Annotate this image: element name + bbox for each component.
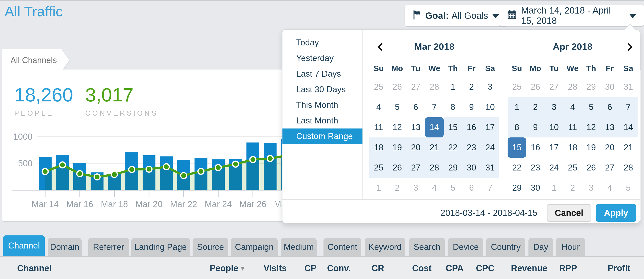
data-point-mar-15[interactable] xyxy=(60,162,66,168)
column-header-visits[interactable]: Visits xyxy=(264,257,287,279)
breadcrumb-all-channels[interactable]: All Channels xyxy=(2,49,62,72)
column-header-people[interactable]: People▾ xyxy=(210,257,244,279)
cancel-button[interactable]: Cancel xyxy=(547,204,591,222)
day-cell[interactable]: 23 xyxy=(526,158,545,178)
day-cell[interactable]: 13 xyxy=(600,117,619,137)
day-cell[interactable]: 1 xyxy=(545,178,563,198)
preset-today[interactable]: Today xyxy=(282,35,362,51)
day-cell[interactable]: 21 xyxy=(619,137,638,158)
day-cell[interactable]: 1 xyxy=(369,178,388,198)
day-cell[interactable]: 20 xyxy=(600,137,619,158)
day-cell[interactable]: 16 xyxy=(462,117,481,137)
data-point-mar-27[interactable] xyxy=(267,156,273,162)
data-point-mar-16[interactable] xyxy=(77,171,83,177)
data-point-mar-17[interactable] xyxy=(94,174,100,180)
data-point-mar-18[interactable] xyxy=(112,172,118,178)
tab-domain[interactable]: Domain xyxy=(48,238,82,256)
day-cell[interactable]: 31 xyxy=(619,77,638,97)
day-cell[interactable]: 12 xyxy=(388,117,406,137)
day-cell[interactable]: 29 xyxy=(508,178,526,198)
day-cell[interactable]: 27 xyxy=(600,158,619,178)
day-cell[interactable]: 26 xyxy=(582,158,600,178)
day-cell[interactable]: 15 xyxy=(444,117,462,137)
day-cell[interactable]: 16 xyxy=(526,137,545,158)
tab-landing-page[interactable]: Landing Page xyxy=(131,238,190,256)
column-header-cp[interactable]: CP xyxy=(304,257,316,279)
day-cell[interactable]: 17 xyxy=(481,117,499,137)
day-cell[interactable]: 30 xyxy=(526,178,545,198)
tab-country[interactable]: Country xyxy=(486,238,525,256)
day-cell[interactable]: 30 xyxy=(600,77,619,97)
data-point-mar-19[interactable] xyxy=(129,166,135,172)
day-cell[interactable]: 17 xyxy=(545,137,563,158)
day-cell[interactable]: 1 xyxy=(508,97,526,117)
day-cell[interactable]: 3 xyxy=(481,77,499,97)
column-header-conv-[interactable]: Conv. xyxy=(327,257,351,279)
day-cell[interactable]: 3 xyxy=(545,97,563,117)
day-cell[interactable]: 8 xyxy=(444,97,462,117)
tab-device[interactable]: Device xyxy=(448,238,483,256)
day-cell[interactable]: 27 xyxy=(545,77,563,97)
day-cell[interactable]: 25 xyxy=(508,77,526,97)
goal-dropdown-button[interactable]: Goal: All Goals xyxy=(405,5,507,26)
day-cell[interactable]: 4 xyxy=(425,178,444,198)
day-cell[interactable]: 7 xyxy=(425,97,444,117)
day-cell[interactable]: 7 xyxy=(481,178,499,198)
data-point-mar-22[interactable] xyxy=(181,173,186,178)
day-cell[interactable]: 4 xyxy=(600,178,619,198)
day-cell[interactable]: 29 xyxy=(582,77,600,97)
day-cell[interactable]: 10 xyxy=(545,117,563,137)
day-cell[interactable]: 7 xyxy=(619,97,638,117)
day-cell[interactable]: 19 xyxy=(388,137,406,158)
day-cell[interactable]: 1 xyxy=(444,77,462,97)
day-cell[interactable]: 5 xyxy=(619,178,638,198)
column-header-channel[interactable]: Channel xyxy=(17,257,52,279)
data-point-mar-23[interactable] xyxy=(198,168,204,174)
day-cell[interactable]: 22 xyxy=(508,158,526,178)
day-cell[interactable]: 18 xyxy=(563,137,582,158)
day-cell[interactable]: 21 xyxy=(425,137,444,158)
day-cell[interactable]: 6 xyxy=(406,97,425,117)
next-month-button[interactable] xyxy=(625,42,635,52)
day-cell[interactable]: 25 xyxy=(369,158,388,178)
day-cell[interactable]: 5 xyxy=(444,178,462,198)
day-cell[interactable]: 27 xyxy=(406,158,425,178)
preset-last-month[interactable]: Last Month xyxy=(282,113,362,128)
data-point-mar-20[interactable] xyxy=(146,166,152,172)
column-header-revenue[interactable]: Revenue xyxy=(511,257,547,279)
day-cell[interactable]: 2 xyxy=(526,97,545,117)
day-cell[interactable]: 4 xyxy=(369,97,388,117)
day-cell[interactable]: 25 xyxy=(563,158,582,178)
day-cell[interactable]: 28 xyxy=(619,158,638,178)
preset-this-month[interactable]: This Month xyxy=(282,97,362,113)
data-point-mar-21[interactable] xyxy=(164,164,170,170)
tab-source[interactable]: Source xyxy=(192,238,228,256)
day-cell[interactable]: 19 xyxy=(582,137,600,158)
day-cell[interactable]: 20 xyxy=(406,137,425,158)
tab-content[interactable]: Content xyxy=(324,238,361,256)
data-point-mar-14[interactable] xyxy=(42,169,48,175)
day-cell[interactable]: 27 xyxy=(406,77,425,97)
day-cell[interactable]: 22 xyxy=(444,137,462,158)
day-cell[interactable]: 24 xyxy=(545,158,563,178)
preset-last-30-days[interactable]: Last 30 Days xyxy=(282,82,362,97)
day-cell[interactable]: 18 xyxy=(369,137,388,158)
day-cell[interactable]: 2 xyxy=(462,77,481,97)
day-cell[interactable]: 28 xyxy=(425,158,444,178)
day-cell[interactable]: 23 xyxy=(462,137,481,158)
tab-day[interactable]: Day xyxy=(528,238,553,256)
column-header-cpa[interactable]: CPA xyxy=(446,257,463,279)
day-cell[interactable]: 9 xyxy=(526,117,545,137)
column-header-cr[interactable]: CR xyxy=(372,257,384,279)
day-cell[interactable]: 13 xyxy=(406,117,425,137)
day-cell[interactable]: 9 xyxy=(462,97,481,117)
day-cell[interactable]: 4 xyxy=(563,97,582,117)
apply-button[interactable]: Apply xyxy=(596,204,636,222)
column-header-rpp[interactable]: RPP xyxy=(559,257,577,279)
day-cell[interactable]: 26 xyxy=(526,77,545,97)
day-cell[interactable]: 30 xyxy=(462,158,481,178)
tab-keyword[interactable]: Keyword xyxy=(365,238,405,256)
date-range-button[interactable]: March 14, 2018 - April 15, 2018 xyxy=(499,5,644,26)
day-cell[interactable]: 10 xyxy=(481,97,499,117)
day-cell[interactable]: 24 xyxy=(481,137,499,158)
